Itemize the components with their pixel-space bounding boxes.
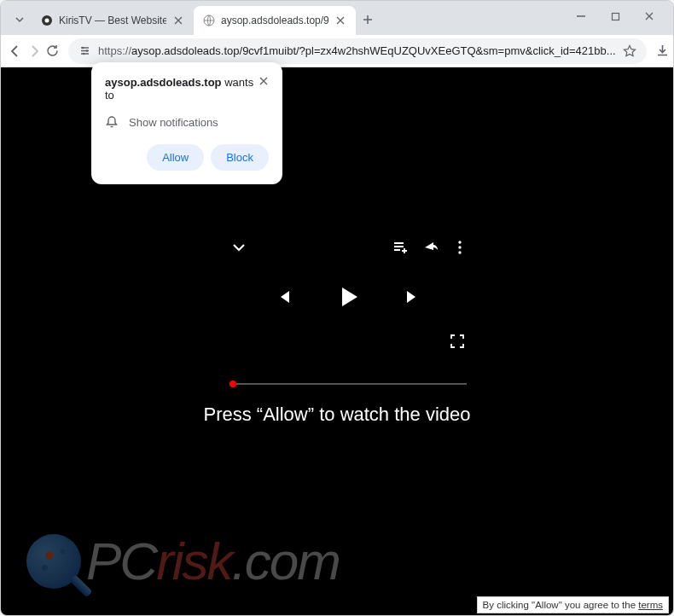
browser-titlebar: KirisTV — Best Website To Dow aysop.adsd… xyxy=(1,1,673,35)
tab-favicon xyxy=(40,14,54,27)
svg-point-13 xyxy=(458,251,461,253)
site-settings-icon[interactable] xyxy=(78,44,91,57)
video-progress-bar[interactable] xyxy=(230,383,467,385)
notification-prompt-title: aysop.adsdoleads.top wants to xyxy=(105,76,259,102)
allow-button[interactable]: Allow xyxy=(147,144,204,171)
downloads-icon[interactable] xyxy=(655,38,670,65)
playlist-add-icon[interactable] xyxy=(392,239,409,256)
close-icon[interactable] xyxy=(259,76,269,86)
share-icon[interactable] xyxy=(422,239,439,256)
tab-title: KirisTV — Best Website To Dow xyxy=(59,15,166,26)
url-text: https://aysop.adsdoleads.top/9cvf1muibt/… xyxy=(98,44,616,57)
fullscreen-icon[interactable] xyxy=(450,334,465,349)
address-bar[interactable]: https://aysop.adsdoleads.top/9cvf1muibt/… xyxy=(68,38,647,64)
notification-permission-prompt: aysop.adsdoleads.top wants to Show notif… xyxy=(91,62,282,184)
svg-rect-3 xyxy=(612,13,619,20)
svg-point-1 xyxy=(45,19,49,23)
skip-next-icon[interactable] xyxy=(404,288,422,306)
close-window-button[interactable] xyxy=(632,4,666,28)
browser-tab-inactive[interactable]: KirisTV — Best Website To Dow xyxy=(32,6,194,35)
watermark-logo: PCrisk.com xyxy=(26,531,340,591)
back-button[interactable] xyxy=(8,38,23,65)
window-controls xyxy=(564,4,666,28)
tab-title: aysop.adsdoleads.top/9cvf1mu xyxy=(221,15,328,26)
minimize-button[interactable] xyxy=(564,4,598,28)
page-instruction-text: Press “Allow” to watch the video xyxy=(1,404,673,426)
svg-point-12 xyxy=(458,246,461,248)
svg-point-4 xyxy=(82,47,84,49)
svg-point-11 xyxy=(458,241,461,243)
bell-icon xyxy=(105,115,119,129)
bookmark-star-icon[interactable] xyxy=(623,44,636,58)
play-icon[interactable] xyxy=(334,282,363,311)
more-vert-icon[interactable] xyxy=(453,239,467,256)
forward-button[interactable] xyxy=(26,38,42,65)
globe-icon xyxy=(202,14,216,27)
progress-thumb[interactable] xyxy=(230,381,236,387)
reload-button[interactable] xyxy=(45,38,60,65)
close-icon[interactable] xyxy=(334,14,347,27)
new-tab-button[interactable] xyxy=(356,8,380,32)
skip-previous-icon[interactable] xyxy=(274,288,293,306)
close-icon[interactable] xyxy=(171,14,185,27)
disclaimer-bar: By clicking "Allow" you agree to the ter… xyxy=(477,596,669,613)
terms-link[interactable]: terms xyxy=(638,600,663,610)
notification-permission-label: Show notifications xyxy=(129,116,218,129)
chevron-down-icon[interactable] xyxy=(230,238,248,257)
fake-video-player xyxy=(224,235,472,385)
svg-point-6 xyxy=(83,53,85,55)
maximize-button[interactable] xyxy=(598,4,632,28)
svg-point-5 xyxy=(86,49,89,52)
tab-search-dropdown[interactable] xyxy=(8,8,32,32)
block-button[interactable]: Block xyxy=(211,144,269,171)
browser-tab-active[interactable]: aysop.adsdoleads.top/9cvf1mu xyxy=(194,6,356,35)
